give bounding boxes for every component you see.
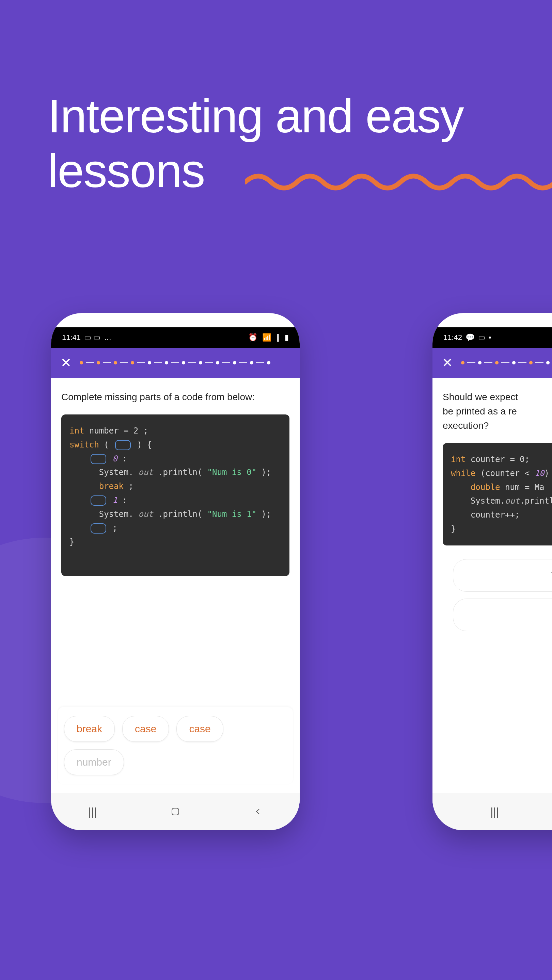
- recent-apps-icon[interactable]: |||: [488, 805, 502, 818]
- back-icon[interactable]: [251, 805, 265, 818]
- recent-apps-icon[interactable]: |||: [86, 805, 99, 818]
- answer-no-button[interactable]: N: [453, 598, 552, 631]
- headline-line2: lessons: [48, 144, 205, 197]
- squiggle-underline: [245, 172, 552, 192]
- chip-case[interactable]: case: [176, 716, 223, 742]
- lesson-content: Complete missing parts of a code from be…: [51, 378, 300, 588]
- blank-slot[interactable]: [91, 454, 106, 464]
- signal-icon: ‖: [276, 333, 280, 342]
- phone-mockup-2: 11:42 💬 ▭ • ✕ Should we expect be printe…: [432, 313, 552, 830]
- chip-number[interactable]: number: [64, 749, 124, 775]
- blank-slot[interactable]: [115, 440, 131, 450]
- code-block: int number = 2 ; switch ( ) { 0 : System…: [61, 414, 289, 576]
- status-notification-icon: ▭: [478, 333, 485, 342]
- close-icon[interactable]: ✕: [61, 356, 72, 369]
- wifi-icon: 📶: [262, 333, 271, 342]
- progress-indicator: [80, 361, 290, 364]
- status-bar: 11:41 ▭ ▭ … ⏰ 📶 ‖ ▮: [51, 327, 300, 348]
- status-time: 11:41: [62, 333, 81, 342]
- question-text: Should we expect be printed as a re exec…: [443, 390, 552, 433]
- status-bar: 11:42 💬 ▭ •: [432, 327, 552, 348]
- code-block: int counter = 0; while (counter < 10) do…: [443, 443, 552, 546]
- blank-slot[interactable]: [91, 523, 106, 533]
- status-dots: …: [104, 333, 112, 342]
- android-nav-bar: |||: [51, 793, 300, 830]
- alarm-icon: ⏰: [248, 333, 257, 342]
- chip-case[interactable]: case: [122, 716, 169, 742]
- blank-slot[interactable]: [91, 495, 106, 506]
- progress-indicator: [461, 361, 552, 364]
- close-icon[interactable]: ✕: [442, 356, 453, 369]
- answer-yes-button[interactable]: Ye: [453, 559, 552, 592]
- chip-break[interactable]: break: [64, 716, 115, 742]
- svg-rect-0: [172, 808, 179, 815]
- status-dots: •: [489, 333, 491, 342]
- home-icon[interactable]: [169, 805, 182, 818]
- status-messenger-icon: 💬: [466, 333, 475, 342]
- answer-chips-area: break case case number: [58, 707, 293, 784]
- android-nav-bar: |||: [432, 793, 552, 830]
- app-header: ✕: [51, 348, 300, 378]
- status-notification-icon: ▭ ▭: [84, 333, 101, 342]
- lesson-content: Should we expect be printed as a re exec…: [432, 378, 552, 650]
- question-text: Complete missing parts of a code from be…: [61, 390, 289, 404]
- phone-mockup-1: 11:41 ▭ ▭ … ⏰ 📶 ‖ ▮ ✕ Complete m: [51, 313, 300, 830]
- app-header: ✕: [432, 348, 552, 378]
- headline-line1: Interesting and easy: [48, 89, 463, 143]
- battery-icon: ▮: [285, 333, 289, 342]
- status-time: 11:42: [444, 333, 462, 342]
